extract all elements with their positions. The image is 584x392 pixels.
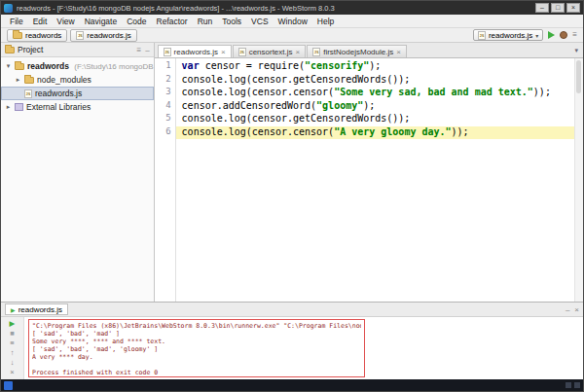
expand-arrow-icon[interactable]: ▸ (15, 76, 21, 84)
run-configuration-select[interactable]: readwords.js ▾ (473, 29, 543, 41)
js-file-icon (238, 48, 246, 56)
editor-gutter: 123456 (155, 58, 176, 302)
menu-item-navigate[interactable]: Navigate (80, 17, 123, 26)
console-line: A very **** day. (32, 353, 361, 361)
js-file-icon (164, 48, 171, 56)
editor-tab-label: readwords.js (174, 48, 218, 56)
menu-item-run[interactable]: Run (193, 17, 218, 26)
code-line[interactable]: var censor = require("censorify"); (176, 60, 583, 74)
console-annotation-box: "C:\Program Files (x86)\JetBrains\WebSto… (28, 319, 365, 377)
code-line[interactable]: console.log(censor.censor("Some very sad… (176, 87, 583, 100)
line-number[interactable]: 2 (155, 74, 175, 88)
tree-item-label: readwords (27, 61, 69, 71)
taskbar (1, 379, 583, 391)
minimize-button[interactable]: – (535, 3, 549, 13)
editor-tab-readwords-js[interactable]: readwords.js× (158, 45, 232, 57)
up-trace-icon[interactable]: ↑ (6, 348, 19, 357)
menu-item-window[interactable]: Window (274, 17, 312, 26)
panel-settings-icon[interactable]: ≡ (136, 46, 141, 54)
code-token: console.log(censor.censor( (182, 126, 335, 137)
run-toolbar: readwords.js ▾ ≡ (473, 29, 577, 41)
clear-icon[interactable]: × (6, 368, 19, 376)
run-panel: ▶ readwords.js – × ▶■≡↑↓× "C:\Program Fi… (1, 302, 583, 379)
tree-item-readwords[interactable]: ▾readwords (F:\Study\16 mongoDB (1, 59, 154, 73)
code-token: "Some very sad, bad and mad text." (334, 87, 533, 97)
code-token: var (182, 60, 205, 71)
tree-item-external-libraries[interactable]: ▸External Libraries (1, 100, 154, 114)
run-panel-header: ▶ readwords.js – × (1, 303, 583, 317)
expand-arrow-icon[interactable]: ▾ (5, 62, 12, 70)
line-number[interactable]: 1 (155, 60, 175, 74)
library-icon (15, 103, 23, 111)
rerun-icon[interactable]: ▶ (6, 319, 19, 328)
code-token: )); (452, 126, 469, 137)
console-area[interactable]: "C:\Program Files (x86)\JetBrains\WebSto… (24, 317, 583, 379)
editor-scrollbar[interactable] (574, 58, 583, 302)
tree-item-readwords-js[interactable]: readwords.js (1, 87, 154, 100)
tray-icon[interactable] (574, 382, 580, 388)
tray-icon[interactable] (566, 382, 571, 388)
settings-icon[interactable]: ≡ (572, 30, 577, 40)
expand-arrow-icon[interactable]: ▸ (5, 103, 12, 111)
run-button[interactable] (548, 31, 555, 39)
project-tree: ▾readwords (F:\Study\16 mongoDB▸node_mod… (1, 57, 154, 114)
menu-item-code[interactable]: Code (122, 17, 151, 26)
code-line[interactable]: console.log(censor.censor("A very gloomy… (176, 126, 583, 140)
stop-icon[interactable]: ■ (6, 329, 19, 338)
start-button-icon[interactable] (4, 381, 13, 390)
close-button[interactable]: × (566, 3, 580, 13)
webstorm-window: readwords - [F:\Study\16 mongoDB nodejs … (0, 0, 584, 392)
menu-bar: FileEditViewNavigateCodeRefactorRunTools… (1, 15, 583, 28)
project-panel-header: Project ≡ – (1, 43, 154, 57)
editor-tab-firstnodejsmodule-js[interactable]: firstNodejsModule.js× (307, 45, 407, 57)
down-trace-icon[interactable]: ↓ (6, 358, 19, 367)
menu-item-vcs[interactable]: VCS (246, 17, 273, 26)
js-file-icon (312, 48, 320, 56)
menu-item-file[interactable]: File (5, 17, 28, 26)
run-console-tab-label: readwords.js (18, 305, 62, 314)
code-editor[interactable]: 123456 var censor = require("censorify")… (155, 58, 583, 302)
code-line[interactable]: console.log(censor.getCensoredWords()); (176, 113, 583, 126)
close-tab-icon[interactable]: × (396, 48, 401, 56)
line-number[interactable]: 4 (155, 100, 175, 114)
close-panel-icon[interactable]: × (574, 305, 579, 314)
project-icon (5, 47, 15, 53)
line-number[interactable]: 5 (155, 113, 175, 126)
breadcrumb-readwords[interactable]: readwords (7, 29, 67, 42)
close-tab-icon[interactable]: × (221, 48, 226, 56)
code-line[interactable]: censor.addCensoredWord("gloomy"); (176, 100, 583, 114)
code-token: ); (363, 100, 375, 111)
panel-collapse-icon[interactable]: – (145, 46, 149, 54)
tree-item-path: (F:\Study\16 mongoDB (72, 62, 154, 71)
editor-tabs-row: readwords.js×censortext.js×firstNodejsMo… (155, 43, 583, 58)
code-line[interactable]: console.log(censor.getCensoredWords()); (176, 74, 583, 88)
console-line (32, 361, 361, 369)
menu-item-view[interactable]: View (52, 17, 79, 26)
window-title: readwords - [F:\Study\16 mongoDB nodejs … (17, 4, 531, 13)
line-number[interactable]: 3 (155, 87, 175, 100)
console-output: "C:\Program Files (x86)\JetBrains\WebSto… (32, 322, 361, 376)
breadcrumb-label: readwords.js (87, 31, 130, 40)
run-icon: ▶ (11, 306, 16, 313)
maximize-button[interactable]: □ (551, 3, 565, 13)
tabs-overflow-icon[interactable]: ▾ (574, 47, 580, 54)
code-token: console.log(censor.getCensoredWords()); (182, 74, 411, 85)
tree-item-node-modules[interactable]: ▸node_modules (1, 73, 154, 87)
minimize-panel-icon[interactable]: – (566, 305, 569, 314)
breadcrumb-readwords-js[interactable]: readwords.js (70, 29, 136, 42)
run-header-icons: – × (566, 305, 579, 314)
debug-button[interactable] (560, 31, 567, 39)
close-tab-icon[interactable]: × (296, 48, 301, 56)
folder-icon (15, 63, 24, 70)
menu-item-refactor[interactable]: Refactor (152, 17, 193, 26)
menu-item-edit[interactable]: Edit (28, 17, 53, 26)
pause-icon[interactable]: ≡ (6, 339, 19, 347)
line-number[interactable]: 6 (155, 126, 175, 140)
webstorm-logo-icon (4, 4, 13, 13)
run-console-tab[interactable]: ▶ readwords.js (5, 303, 68, 315)
console-line: [ 'sad', 'bad', 'mad' ] (32, 330, 361, 338)
menu-item-tools[interactable]: Tools (217, 17, 246, 26)
editor-tab-label: censortext.js (249, 48, 293, 56)
menu-item-help[interactable]: Help (312, 17, 339, 26)
editor-tab-censortext-js[interactable]: censortext.js× (233, 45, 307, 57)
